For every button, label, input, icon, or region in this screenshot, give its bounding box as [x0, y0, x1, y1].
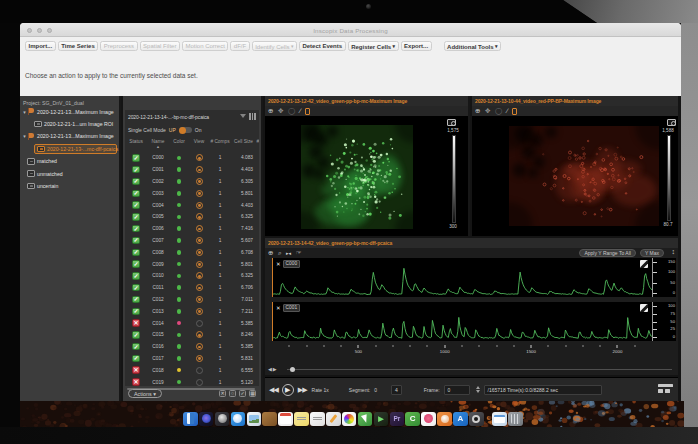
trace-plot-c000[interactable]: ✕C000150100500: [272, 258, 676, 297]
color-cell[interactable]: [169, 344, 189, 349]
single-cell-mode-toggle[interactable]: [179, 127, 192, 133]
color-cell[interactable]: [169, 274, 189, 279]
accepted-check-icon[interactable]: ✓: [132, 154, 140, 162]
dock-icon-lens[interactable]: [469, 412, 484, 427]
frame-input[interactable]: 0: [444, 385, 470, 395]
color-cell[interactable]: [169, 321, 189, 326]
status-cell[interactable]: ✓: [125, 237, 147, 245]
view-cell[interactable]: [189, 202, 209, 209]
table-row[interactable]: ✓C00516.3253: [125, 211, 259, 223]
table-action-icon-x[interactable]: ✕: [219, 390, 226, 397]
frame-cursor[interactable]: [272, 302, 273, 341]
toolbar-button-detect-events[interactable]: Detect Events: [299, 41, 346, 51]
toolbar-button-register-cells[interactable]: Register Cells ▾: [348, 41, 399, 51]
table-row[interactable]: ✓C00715.6073: [125, 235, 259, 247]
accepted-check-icon[interactable]: ✓: [132, 331, 140, 339]
color-cell[interactable]: [169, 238, 189, 243]
view-cell[interactable]: [189, 237, 209, 244]
color-cell[interactable]: [169, 156, 189, 161]
frame-stepper[interactable]: [476, 386, 480, 393]
toolbar-button-df-f[interactable]: dF/F: [230, 41, 249, 51]
table-action-icon-o[interactable]: ○: [229, 390, 236, 397]
view-cell[interactable]: [189, 320, 209, 327]
view-icon[interactable]: [196, 166, 203, 173]
rewind-button[interactable]: ◀◀: [269, 386, 278, 394]
view-cell[interactable]: [189, 178, 209, 185]
red-image-view[interactable]: 1,588 80.7: [472, 117, 678, 236]
status-cell[interactable]: ✕: [125, 366, 147, 374]
table-row[interactable]: ✓C00014.0833: [125, 152, 259, 164]
rect-tool-icon[interactable]: [512, 108, 517, 115]
line-tool-icon[interactable]: ∕: [507, 108, 508, 115]
accepted-check-icon[interactable]: ✓: [132, 308, 140, 316]
dock-icon-itunes[interactable]: [421, 412, 436, 427]
view-icon[interactable]: [196, 154, 203, 161]
table-row[interactable]: ✕C01415.3853: [125, 317, 259, 329]
status-cell[interactable]: ✕: [125, 319, 147, 327]
color-cell[interactable]: [169, 262, 189, 267]
view-icon[interactable]: [196, 308, 203, 315]
color-cell[interactable]: [169, 380, 189, 385]
view-cell[interactable]: [189, 331, 209, 338]
fast-forward-button[interactable]: ▶▶: [298, 386, 307, 394]
table-row[interactable]: ✓C01518.2463: [125, 329, 259, 341]
accepted-check-icon[interactable]: ✓: [132, 178, 140, 186]
expand-icon[interactable]: ▸◂: [286, 251, 291, 256]
dock-icon-grab[interactable]: [358, 412, 373, 427]
accepted-check-icon[interactable]: ✓: [132, 355, 140, 363]
color-cell[interactable]: [169, 167, 189, 172]
dock-icon-finder[interactable]: [183, 412, 198, 427]
accepted-check-icon[interactable]: ✓: [132, 237, 140, 245]
circle-tool-icon[interactable]: ◯: [495, 108, 502, 115]
zoom-in-icon[interactable]: ⊕: [268, 250, 273, 257]
view-icon[interactable]: [196, 343, 203, 350]
trace-scrollbar[interactable]: ◀▶: [265, 366, 678, 372]
view-icon[interactable]: [196, 261, 203, 268]
toolbar-button-identify-cells[interactable]: Identify Cells ▾: [252, 41, 297, 51]
status-cell[interactable]: ✓: [125, 355, 147, 363]
green-image-view[interactable]: 1,575 300: [265, 117, 468, 236]
table-row[interactable]: ✕C01915.1203: [125, 376, 259, 386]
tree-item-5[interactable]: unmatched: [20, 167, 119, 179]
view-icon[interactable]: [196, 178, 203, 185]
dock-icon-quicktime[interactable]: ▶: [374, 412, 389, 427]
rejected-x-icon[interactable]: ✕: [132, 319, 140, 327]
table-row[interactable]: ✓C00414.4033: [125, 199, 259, 211]
view-icon[interactable]: [196, 190, 203, 197]
view-cell[interactable]: [189, 190, 209, 197]
color-cell[interactable]: [169, 226, 189, 231]
green-contrast-slider[interactable]: [452, 135, 456, 223]
view-icon[interactable]: [196, 225, 203, 232]
color-cell[interactable]: [169, 250, 189, 255]
accepted-check-icon[interactable]: ✓: [132, 260, 140, 268]
view-cell[interactable]: [189, 296, 209, 303]
dock-icon-trash[interactable]: [508, 412, 523, 427]
axis-settings-icon[interactable]: ↕: [672, 248, 676, 255]
accepted-check-icon[interactable]: ✓: [132, 201, 140, 209]
status-cell[interactable]: ✓: [125, 178, 147, 186]
color-cell[interactable]: [169, 191, 189, 196]
close-icon[interactable]: ✕: [276, 261, 281, 267]
view-icon[interactable]: [196, 284, 203, 291]
play-button[interactable]: ▶: [282, 384, 294, 396]
actions-button[interactable]: Actions ▾: [128, 389, 162, 398]
circle-tool-icon[interactable]: ◯: [288, 108, 295, 115]
status-cell[interactable]: ✓: [125, 154, 147, 162]
status-cell[interactable]: ✓: [125, 166, 147, 174]
table-row[interactable]: ✓C01317.2113: [125, 305, 259, 317]
toolbar-button-time-series[interactable]: Time Series: [58, 41, 99, 51]
rejected-x-icon[interactable]: ✕: [132, 366, 140, 374]
view-icon[interactable]: [196, 331, 203, 338]
zoom-icon[interactable]: ⊕: [268, 108, 273, 115]
accepted-check-icon[interactable]: ✓: [132, 272, 140, 280]
table-row[interactable]: ✓C00114.4033: [125, 164, 259, 176]
status-cell[interactable]: ✓: [125, 308, 147, 316]
hand-icon[interactable]: ☞︎: [296, 250, 302, 257]
dock-icon-textedit[interactable]: [310, 412, 325, 427]
view-cell[interactable]: [189, 225, 209, 232]
column-header-color[interactable]: Color: [169, 139, 189, 144]
column-header-cellsize[interactable]: Cell Size: [231, 139, 255, 144]
dock-icon-browser-dark[interactable]: [215, 412, 230, 427]
column-header-f[interactable]: #F: [255, 139, 259, 144]
dock-icon-calendar[interactable]: [278, 412, 293, 427]
